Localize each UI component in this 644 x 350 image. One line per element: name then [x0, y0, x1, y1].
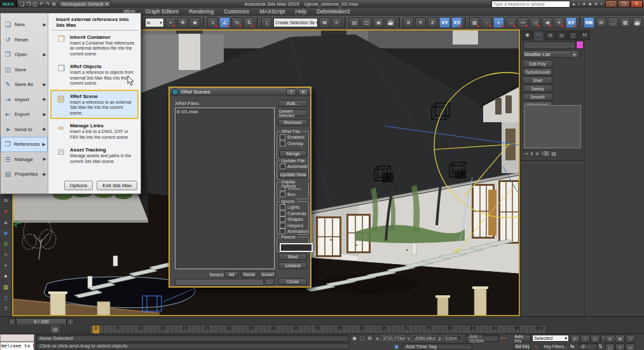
- convert-selected-button[interactable]: Convert Selected: [278, 109, 308, 116]
- key-filters-button[interactable]: Key Filters...: [542, 343, 569, 350]
- x-coordinate-field[interactable]: 3710,773cm: [381, 335, 405, 341]
- submenu-item-xref-scene[interactable]: ▤XRef SceneInsert a reference to an exte…: [50, 90, 139, 119]
- checkbox-box[interactable]: [280, 211, 285, 216]
- tab-modify[interactable]: ◠: [533, 31, 544, 40]
- set-keys-icon[interactable]: ○─: [500, 335, 512, 341]
- layer-manager-icon[interactable]: ▤: [349, 17, 360, 28]
- debris-pyramid-icon[interactable]: ▲: [1, 218, 10, 226]
- maxscript-listener-line[interactable]: Welcome to M: [0, 342, 34, 350]
- project-folder-icon[interactable]: ⊞: [51, 1, 56, 7]
- show-end-result-icon[interactable]: ‖: [531, 151, 533, 157]
- search-go-icon[interactable]: ▸: [573, 1, 575, 7]
- debris-rock-icon[interactable]: ●: [1, 261, 10, 269]
- checkbox-box[interactable]: [280, 223, 285, 228]
- checkbox-overlay[interactable]: Overlay: [280, 141, 308, 147]
- menu-rendering[interactable]: Rendering: [184, 8, 219, 16]
- axis-y-button[interactable]: Y: [415, 17, 426, 28]
- percent-snap-icon[interactable]: %: [231, 17, 242, 28]
- menu-graph-editors[interactable]: Graph Editors: [140, 8, 183, 16]
- axis-z-button[interactable]: Z: [427, 17, 438, 28]
- graph-editors-icon[interactable]: ◫: [361, 17, 372, 28]
- open-file-icon[interactable]: ❒: [26, 1, 31, 7]
- debris-battery-icon[interactable]: ▯: [1, 293, 10, 302]
- debris-apple-icon[interactable]: ●: [1, 207, 10, 215]
- search-input[interactable]: [491, 1, 570, 8]
- render-history-icon[interactable]: ◡: [608, 17, 619, 28]
- checkbox-lights[interactable]: Lights: [280, 204, 308, 211]
- current-frame-field[interactable]: 0: [579, 343, 598, 350]
- reference-coordinate-dropdown[interactable]: w▾: [145, 18, 164, 27]
- object-color-swatch[interactable]: [576, 41, 584, 49]
- help-button[interactable]: ?: [286, 88, 296, 96]
- debris-building-icon[interactable]: ▦: [1, 283, 10, 291]
- xref-files-list[interactable]: E:\01.max: [175, 108, 275, 269]
- file-path-field[interactable]: [175, 279, 264, 286]
- edit-named-selections-icon[interactable]: {: [261, 17, 272, 28]
- checkbox-automatic[interactable]: Automatic: [280, 164, 308, 170]
- app-menu-item-new[interactable]: ❏New▶: [1, 17, 48, 32]
- previous-frame-button[interactable]: ‹: [580, 335, 590, 343]
- app-menu-item-references[interactable]: ❐References▶: [1, 137, 48, 152]
- configure-modifier-sets-icon[interactable]: ▤: [551, 151, 556, 157]
- angle-snap-icon[interactable]: ∠: [219, 17, 230, 28]
- checkbox-box[interactable]: [280, 204, 285, 210]
- xref-file-item[interactable]: E:\01.max: [177, 109, 273, 115]
- go-to-start-button[interactable]: |«: [570, 335, 580, 343]
- undo-icon[interactable]: ↶: [39, 1, 44, 7]
- snap-grid-icon[interactable]: ▦: [469, 17, 480, 28]
- zoom-extents-all-icon[interactable]: ⊞: [615, 335, 625, 343]
- exchange-apps-icon[interactable]: ✕: [594, 1, 598, 7]
- restore-button[interactable]: ❐: [618, 0, 630, 8]
- axis-xy-button[interactable]: XY: [439, 17, 450, 28]
- selection-set-dropdown[interactable]: Selected ▾: [532, 335, 569, 342]
- modifier-button-turbosmooth[interactable]: TurboSmooth: [523, 68, 552, 76]
- use-center-flyout-icon[interactable]: ▪: [165, 17, 176, 28]
- application-menu-button[interactable]: MAX: [0, 0, 17, 8]
- close-button[interactable]: Close: [278, 278, 307, 285]
- submenu-item-asset-tracking[interactable]: ⊟Asset TrackingManage assets and paths i…: [50, 143, 139, 167]
- select-invert-button[interactable]: Invert: [259, 271, 276, 277]
- debris-bird-icon[interactable]: ➤: [1, 250, 10, 258]
- dialog-title-bar[interactable]: XRef Scenes ? ✕: [170, 88, 310, 96]
- add-time-tag-field[interactable]: Add Time Tag: [402, 343, 472, 350]
- axis-x-button[interactable]: X: [403, 17, 414, 28]
- play-button[interactable]: ▷: [591, 335, 600, 343]
- app-menu-item-properties[interactable]: ▤Properties▶: [1, 167, 48, 182]
- workspace-dropdown[interactable]: Workspace: Default ▾: [58, 1, 111, 8]
- app-menu-item-save[interactable]: ◫Save: [1, 62, 48, 78]
- select-none-button[interactable]: None: [241, 271, 257, 277]
- remove-modifier-icon[interactable]: ⌫: [542, 151, 549, 157]
- tab-display[interactable]: ▢: [568, 31, 579, 40]
- app-menu-item-import[interactable]: ⇥Import▶: [1, 92, 48, 108]
- tab-motion[interactable]: ◎: [556, 31, 567, 40]
- app-menu-item-export[interactable]: ⇤Export▶: [1, 107, 48, 122]
- menu-maxscript[interactable]: MAXScript: [254, 8, 290, 16]
- spinner-snap-icon[interactable]: ⇅: [243, 17, 254, 28]
- z-coordinate-field[interactable]: 0,0cm: [443, 335, 462, 341]
- checkbox-cameras[interactable]: Cameras: [280, 211, 308, 217]
- open-mini-curve-editor-button[interactable]: ▤: [50, 325, 61, 334]
- select-all-button[interactable]: All: [224, 271, 238, 277]
- tab-hierarchy[interactable]: ⊟: [545, 31, 556, 40]
- snap-frozen-icon[interactable]: ✳: [554, 17, 565, 28]
- rendered-frame-window-icon[interactable]: ▩: [620, 17, 631, 28]
- menu-debrismaker2[interactable]: DebrisMaker2: [312, 8, 355, 16]
- set-key-button[interactable]: Set Key: [514, 343, 531, 350]
- submenu-item-inherit-container[interactable]: ❒Inherit ContainerInsert a Container tha…: [50, 31, 139, 60]
- modifier-list-dropdown[interactable]: Modifier List ▾: [523, 50, 580, 58]
- zoom-extents-icon[interactable]: ✛: [605, 335, 615, 343]
- snap-xy-constraint-icon[interactable]: XY: [566, 17, 577, 28]
- reactor-icon[interactable]: RB: [584, 17, 594, 28]
- bind-button[interactable]: Bind: [278, 253, 307, 260]
- select-and-manipulate-icon[interactable]: ◆: [189, 17, 200, 28]
- mirror-icon[interactable]: M: [319, 17, 330, 28]
- checkbox-shapes[interactable]: Shapes: [280, 216, 308, 223]
- y-coordinate-field[interactable]: -2060,08cm: [412, 335, 436, 341]
- snap-vertex-icon[interactable]: ▪: [493, 17, 504, 28]
- app-menu-item-save-as[interactable]: ✎Save As▶: [1, 77, 48, 92]
- snap-endpoint-icon[interactable]: →: [505, 17, 516, 28]
- app-menu-item-reset[interactable]: ↺Reset: [1, 32, 48, 48]
- save-file-icon[interactable]: ◫: [32, 1, 38, 7]
- absolute-mode-icon[interactable]: ⊞: [367, 335, 372, 341]
- material-editor-icon[interactable]: ◉: [373, 17, 384, 28]
